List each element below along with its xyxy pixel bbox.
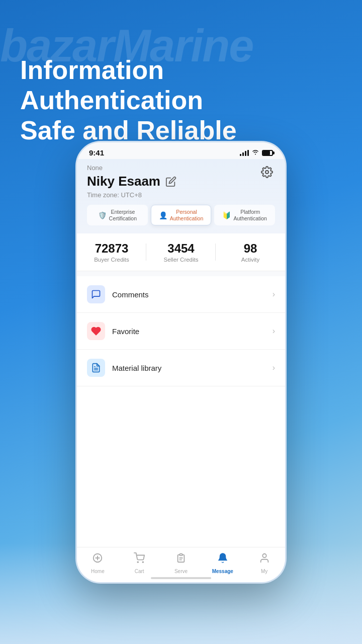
svg-point-4	[138, 561, 139, 562]
home-indicator	[151, 577, 211, 579]
favorite-icon	[87, 322, 105, 340]
svg-point-9	[262, 554, 266, 557]
stat-activity: 98 Activity	[216, 242, 285, 263]
platform-icon: 🔰	[222, 211, 231, 219]
enterprise-icon: 🛡️	[98, 211, 107, 219]
user-name: Niky Esaam	[87, 174, 160, 189]
comments-chevron: ›	[273, 290, 275, 299]
activity-number: 98	[216, 242, 285, 256]
user-role: None	[87, 164, 275, 172]
profile-header: None Niky Esaam Time zone: UTC+8 🛡️ Ente…	[77, 159, 285, 233]
phone-shell: 9:41	[75, 141, 287, 584]
tab-enterprise[interactable]: 🛡️ EnterpriseCertification	[87, 205, 148, 225]
nav-message[interactable]: Message	[202, 552, 243, 574]
menu-item-comments[interactable]: Comments ›	[77, 276, 285, 313]
tab-platform[interactable]: 🔰 PlatformAuthentication	[214, 205, 275, 225]
buyer-credits-number: 72873	[77, 242, 146, 256]
nav-cart[interactable]: Cart	[119, 552, 160, 574]
settings-button[interactable]	[259, 164, 275, 180]
comments-icon	[87, 285, 105, 303]
wifi-icon	[252, 149, 259, 156]
favorite-chevron: ›	[273, 327, 275, 336]
signal-icon	[240, 150, 249, 156]
seller-credits-label: Seller Credits	[146, 257, 216, 263]
svg-point-0	[265, 171, 268, 174]
tab-personal[interactable]: 👤 PersonalAuthentication	[151, 205, 212, 225]
nav-message-label: Message	[212, 569, 233, 574]
material-chevron: ›	[273, 363, 275, 372]
user-timezone: Time zone: UTC+8	[87, 191, 275, 199]
menu-item-material[interactable]: Material library ›	[77, 350, 285, 386]
my-icon	[259, 552, 270, 567]
status-icons	[240, 149, 273, 156]
edit-icon[interactable]	[165, 176, 176, 187]
auth-tabs: 🛡️ EnterpriseCertification 👤 PersonalAut…	[87, 205, 275, 225]
nav-cart-label: Cart	[135, 569, 144, 574]
nav-home[interactable]: Home	[77, 552, 119, 574]
tab-personal-label: PersonalAuthentication	[170, 209, 204, 221]
nav-my-label: My	[261, 569, 267, 574]
nav-home-label: Home	[91, 569, 105, 574]
material-icon	[87, 359, 105, 377]
tab-platform-label: PlatformAuthentication	[233, 209, 267, 221]
stats-row: 72873 Buyer Credits 3454 Seller Credits …	[77, 233, 285, 271]
phone-content: None Niky Esaam Time zone: UTC+8 🛡️ Ente…	[77, 159, 285, 547]
nav-serve-label: Serve	[174, 569, 188, 574]
buyer-credits-label: Buyer Credits	[77, 257, 146, 263]
serve-icon	[175, 552, 187, 567]
menu-item-favorite[interactable]: Favorite ›	[77, 313, 285, 350]
nav-serve[interactable]: Serve	[160, 552, 202, 574]
home-icon	[92, 552, 103, 567]
svg-point-5	[143, 561, 144, 562]
headline-text: Information Authentication Safe and Reli…	[20, 55, 342, 145]
battery-icon	[262, 150, 273, 156]
personal-icon: 👤	[159, 211, 167, 219]
cart-icon	[134, 552, 145, 567]
status-bar: 9:41	[77, 142, 285, 159]
user-name-row: Niky Esaam	[87, 174, 275, 189]
favorite-label: Favorite	[112, 327, 273, 336]
seller-credits-number: 3454	[146, 242, 216, 256]
nav-my[interactable]: My	[243, 552, 285, 574]
message-icon	[217, 552, 228, 567]
tab-enterprise-label: EnterpriseCertification	[109, 209, 137, 221]
comments-label: Comments	[112, 290, 273, 299]
material-label: Material library	[112, 364, 273, 372]
activity-label: Activity	[216, 257, 285, 263]
svg-rect-6	[179, 554, 183, 556]
phone-mockup: 9:41	[75, 141, 287, 584]
status-time: 9:41	[89, 148, 104, 157]
headline-section: Information Authentication Safe and Reli…	[20, 55, 342, 145]
stat-buyer-credits: 72873 Buyer Credits	[77, 242, 146, 263]
stat-seller-credits: 3454 Seller Credits	[146, 242, 216, 263]
menu-list: Comments › Favorite ›	[77, 276, 285, 547]
